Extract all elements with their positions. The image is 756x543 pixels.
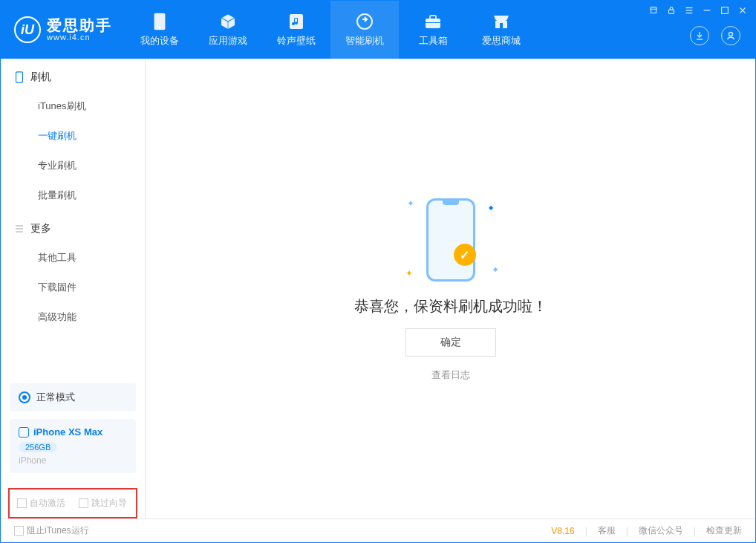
sidebar-item-oneclick-flash[interactable]: 一键刷机 [1,121,145,151]
download-icon[interactable] [690,26,709,45]
tab-toolbox[interactable]: 工具箱 [399,1,467,59]
version-label: V8.16 [551,526,574,536]
tab-label: 应用游戏 [209,34,247,48]
list-icon [14,224,25,234]
mode-label: 正常模式 [36,391,75,404]
device-type: iPhone [19,455,127,466]
nav-tabs: 我的设备 应用游戏 铃声壁纸 智能刷机 工具箱 爱思商城 [126,1,690,59]
confirm-button[interactable]: 确定 [405,328,496,357]
main-content: ✦◆✦◆ ✓ 恭喜您，保资料刷机成功啦！ 确定 查看日志 [146,59,755,518]
svg-rect-15 [500,23,503,28]
sidebar-item-itunes-flash[interactable]: iTunes刷机 [1,91,145,121]
device-small-icon [19,427,29,438]
options-highlight-box: 自动激活 跳过向导 [8,488,137,518]
tab-flash[interactable]: 智能刷机 [330,1,399,59]
tab-label: 我的设备 [140,34,179,48]
svg-point-9 [159,27,160,28]
app-url: www.i4.cn [47,33,112,42]
svg-rect-12 [430,16,436,19]
maximize-icon[interactable] [720,5,730,16]
view-log-link[interactable]: 查看日志 [431,368,470,382]
success-illustration: ✦◆✦◆ ✓ [417,195,484,284]
user-icon[interactable] [721,26,740,45]
tab-label: 爱思商城 [482,34,521,48]
window-controls[interactable] [648,5,748,16]
sidebar-item-other-tools[interactable]: 其他工具 [1,243,145,273]
device-name: iPhone XS Max [33,426,102,438]
stop-itunes-checkbox[interactable]: 阻止iTunes运行 [14,524,89,537]
logo: iU 爱思助手 www.i4.cn [1,1,126,59]
storage-badge: 256GB [19,442,57,452]
music-icon [287,12,306,31]
sidebar-section-flash: 刷机 [1,71,145,91]
sidebar-item-download-firmware[interactable]: 下载固件 [1,273,145,302]
phone-icon [14,71,25,83]
toolbox-icon [423,12,443,31]
app-title: 爱思助手 [47,18,112,33]
svg-rect-11 [426,19,440,28]
sidebar-item-advanced[interactable]: 高级功能 [1,302,145,332]
logo-icon: iU [14,16,41,43]
tab-apps[interactable]: 应用游戏 [194,1,262,59]
phone-graphic: ✓ [426,198,475,282]
svg-rect-10 [290,14,303,29]
device-mode[interactable]: 正常模式 [10,383,136,412]
sidebar-item-batch-flash[interactable]: 批量刷机 [1,181,145,210]
close-icon[interactable] [737,5,748,16]
device-icon [150,12,169,31]
tab-label: 铃声壁纸 [277,34,316,48]
menu-icon[interactable] [684,5,694,16]
svg-rect-0 [669,10,674,13]
check-icon: ✓ [454,244,476,266]
sidebar-section-more: 更多 [1,222,145,243]
mode-indicator-icon [19,391,30,403]
svg-rect-13 [426,22,440,23]
footer-link-wechat[interactable]: 微信公众号 [639,524,683,537]
tab-label: 工具箱 [419,34,448,48]
tab-store[interactable]: 爱思商城 [467,1,535,59]
sidebar-item-pro-flash[interactable]: 专业刷机 [1,151,145,181]
footer-link-update[interactable]: 检查更新 [706,524,742,537]
tab-my-device[interactable]: 我的设备 [126,1,194,59]
tab-label: 智能刷机 [345,34,384,48]
tab-ringtones[interactable]: 铃声壁纸 [262,1,330,59]
refresh-icon [355,12,374,31]
header: iU 爱思助手 www.i4.cn 我的设备 应用游戏 铃声壁纸 智能刷机 [1,1,755,59]
footer-link-support[interactable]: 客服 [598,524,616,537]
svg-rect-17 [16,72,23,82]
device-card[interactable]: iPhone XS Max 256GB iPhone [10,419,136,473]
minimize-icon[interactable] [702,5,712,16]
cube-icon [218,12,238,31]
success-message: 恭喜您，保资料刷机成功啦！ [354,296,547,316]
shop-icon [492,12,511,31]
footer: 阻止iTunes运行 V8.16 | 客服 | 微信公众号 | 检查更新 [1,518,755,542]
svg-rect-5 [722,7,729,14]
sidebar: 刷机 iTunes刷机 一键刷机 专业刷机 批量刷机 更多 其他工具 下载固件 … [1,59,146,518]
lock-icon[interactable] [666,5,677,16]
svg-point-16 [729,33,733,36]
theme-icon[interactable] [648,5,659,16]
skip-guide-checkbox[interactable]: 跳过向导 [79,497,127,510]
auto-activate-checkbox[interactable]: 自动激活 [17,497,65,510]
